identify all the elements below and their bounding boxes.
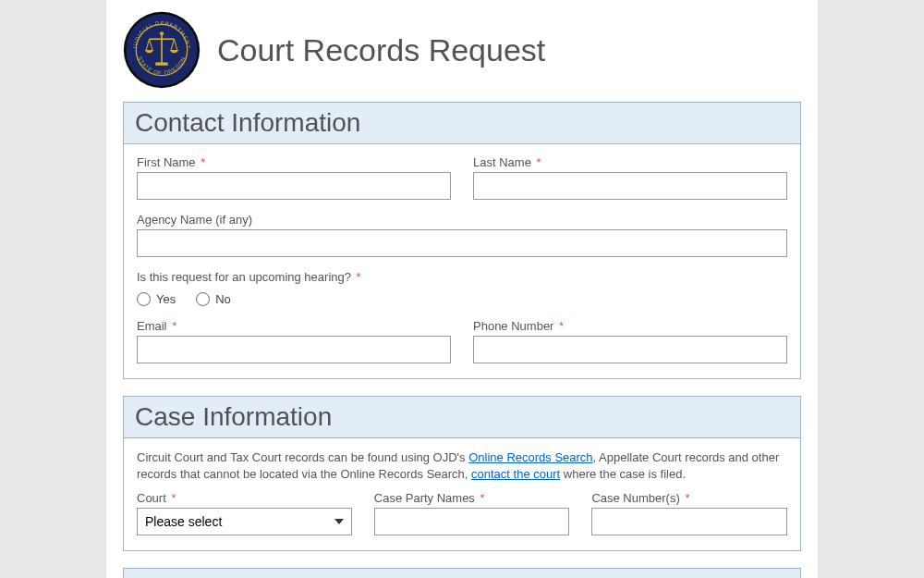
required-marker: * bbox=[559, 319, 564, 333]
case-party-label: Case Party Names * bbox=[374, 491, 570, 505]
court-select[interactable]: Please select bbox=[137, 508, 352, 535]
contact-information-section: Contact Information First Name * Last Na… bbox=[123, 102, 801, 379]
court-select-value: Please select bbox=[145, 514, 222, 529]
hearing-no-option[interactable]: No bbox=[196, 292, 231, 306]
required-marker: * bbox=[172, 319, 176, 333]
page-title: Court Records Request bbox=[217, 32, 545, 68]
case-section-header: Case Information bbox=[124, 397, 800, 438]
case-info-suffix: where the case is filed. bbox=[560, 467, 686, 481]
svg-rect-12 bbox=[155, 62, 167, 65]
case-section-body: Circuit Court and Tax Court records can … bbox=[124, 438, 800, 550]
email-input[interactable] bbox=[137, 336, 451, 363]
hearing-question-group: Is this request for an upcoming hearing?… bbox=[137, 270, 787, 306]
first-name-field-group: First Name * bbox=[137, 155, 451, 200]
hearing-no-label: No bbox=[215, 292, 231, 306]
required-marker: * bbox=[685, 491, 689, 505]
case-info-text: Circuit Court and Tax Court records can … bbox=[137, 449, 787, 482]
agency-label: Agency Name (if any) bbox=[137, 213, 787, 227]
page-container: JUDICIAL DEPARTMENT STATE OF OREGON Cour… bbox=[106, 0, 818, 578]
case-number-input[interactable] bbox=[591, 508, 787, 535]
required-marker: * bbox=[201, 155, 205, 169]
contact-the-court-link[interactable]: contact the court bbox=[471, 467, 560, 481]
required-marker: * bbox=[357, 270, 361, 284]
case-number-label: Case Number(s) * bbox=[591, 491, 787, 505]
case-number-field-group: Case Number(s) * bbox=[591, 491, 787, 535]
email-label: Email * bbox=[137, 319, 451, 333]
first-name-input[interactable] bbox=[137, 172, 451, 200]
case-info-prefix: Circuit Court and Tax Court records can … bbox=[137, 450, 468, 464]
email-field-group: Email * bbox=[137, 319, 451, 363]
court-label-text: Court bbox=[137, 491, 166, 505]
last-name-field-group: Last Name * bbox=[473, 155, 787, 200]
hearing-yes-option[interactable]: Yes bbox=[137, 292, 176, 306]
last-name-input[interactable] bbox=[473, 172, 787, 200]
online-records-search-link[interactable]: Online Records Search bbox=[468, 450, 592, 464]
phone-field-group: Phone Number * bbox=[473, 319, 787, 363]
state-seal-icon: JUDICIAL DEPARTMENT STATE OF OREGON bbox=[123, 11, 201, 89]
radio-icon bbox=[137, 292, 151, 306]
first-name-label: First Name * bbox=[137, 155, 451, 169]
court-label: Court * bbox=[137, 491, 352, 505]
agency-input[interactable] bbox=[137, 229, 787, 257]
hearing-question-label: Is this request for an upcoming hearing?… bbox=[137, 270, 787, 284]
required-marker: * bbox=[480, 491, 485, 505]
case-party-input[interactable] bbox=[374, 508, 570, 535]
request-information-section: Request Information bbox=[123, 568, 801, 578]
case-party-label-text: Case Party Names bbox=[374, 491, 475, 505]
required-marker: * bbox=[537, 155, 541, 169]
phone-label: Phone Number * bbox=[473, 319, 787, 333]
first-name-label-text: First Name bbox=[137, 155, 196, 169]
case-number-label-text: Case Number(s) bbox=[591, 491, 679, 505]
case-information-section: Case Information Circuit Court and Tax C… bbox=[123, 396, 801, 551]
case-party-field-group: Case Party Names * bbox=[374, 491, 570, 535]
hearing-yes-label: Yes bbox=[156, 292, 176, 306]
agency-field-group: Agency Name (if any) bbox=[137, 213, 787, 257]
phone-label-text: Phone Number bbox=[473, 319, 553, 333]
radio-icon bbox=[196, 292, 210, 306]
email-label-text: Email bbox=[137, 319, 167, 333]
last-name-label-text: Last Name bbox=[473, 155, 531, 169]
chevron-down-icon bbox=[334, 519, 344, 524]
contact-section-header: Contact Information bbox=[124, 103, 800, 144]
phone-input[interactable] bbox=[473, 336, 787, 363]
hearing-radio-group: Yes No bbox=[137, 292, 787, 306]
last-name-label: Last Name * bbox=[473, 155, 787, 169]
contact-section-body: First Name * Last Name * Agency Name (if… bbox=[124, 144, 800, 378]
hearing-question-text: Is this request for an upcoming hearing? bbox=[137, 270, 351, 284]
required-marker: * bbox=[171, 491, 176, 505]
request-section-header: Request Information bbox=[124, 569, 800, 578]
svg-point-7 bbox=[160, 31, 164, 35]
court-field-group: Court * Please select bbox=[137, 491, 352, 535]
page-header: JUDICIAL DEPARTMENT STATE OF OREGON Cour… bbox=[106, 11, 818, 102]
